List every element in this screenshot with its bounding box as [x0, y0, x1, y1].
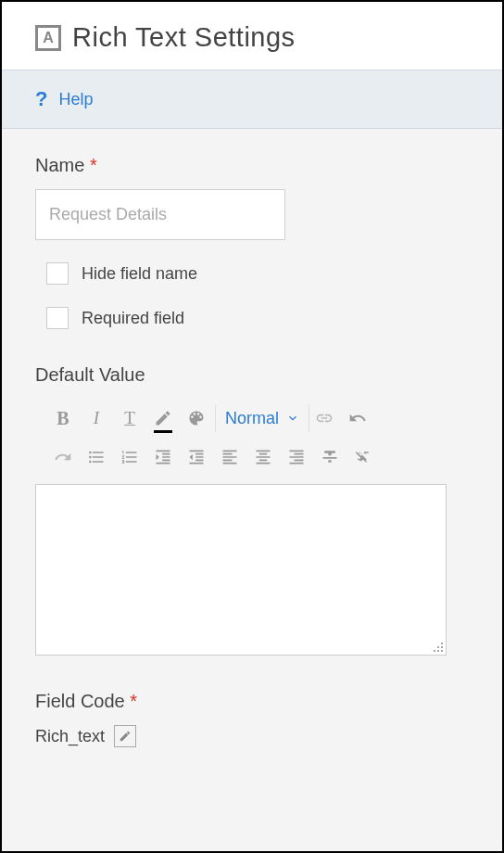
field-code-label: Field Code *: [35, 691, 469, 712]
align-right-icon: [287, 448, 306, 466]
icon-letter: A: [43, 30, 54, 46]
field-code-section: Field Code * Rich_text: [35, 691, 469, 747]
align-center-button[interactable]: [248, 441, 278, 473]
outdent-button[interactable]: [182, 441, 211, 473]
required-field-label: Required field: [82, 309, 184, 328]
redo-icon: [54, 448, 72, 466]
hide-field-name-checkbox[interactable]: [46, 262, 69, 285]
align-left-icon: [220, 448, 239, 466]
editor-toolbar-row1: B I T Normal: [35, 399, 469, 438]
link-icon: [315, 409, 334, 427]
align-left-button[interactable]: [215, 441, 245, 473]
required-mark: *: [130, 691, 137, 711]
page-title: Rich Text Settings: [72, 22, 296, 53]
italic-button[interactable]: I: [82, 402, 111, 434]
clear-format-icon: [354, 448, 372, 466]
indent-button[interactable]: [148, 441, 178, 473]
svg-point-3: [434, 650, 435, 652]
svg-point-0: [441, 643, 443, 644]
link-button[interactable]: [309, 402, 339, 434]
clear-format-button[interactable]: [348, 441, 378, 473]
bullet-list-button[interactable]: [82, 441, 111, 473]
field-code-row: Rich_text: [35, 725, 469, 747]
align-center-icon: [254, 448, 272, 466]
name-label: Name *: [35, 155, 469, 176]
hide-field-name-label: Hide field name: [82, 264, 197, 284]
svg-point-1: [437, 646, 439, 648]
rich-text-editor[interactable]: [35, 484, 447, 656]
required-field-checkbox[interactable]: [46, 307, 69, 329]
hide-field-name-row[interactable]: Hide field name: [46, 262, 469, 285]
pencil-icon: [154, 409, 172, 427]
strikethrough-button[interactable]: [315, 441, 345, 473]
background-color-button[interactable]: [182, 402, 211, 434]
field-code-value: Rich_text: [35, 727, 105, 746]
help-label: Help: [58, 90, 93, 109]
text-color-button[interactable]: [148, 402, 178, 434]
editor-toolbar-row2: [35, 438, 469, 477]
outdent-icon: [187, 448, 206, 466]
strikethrough-icon: [321, 448, 339, 466]
required-field-row[interactable]: Required field: [46, 307, 469, 329]
palette-icon: [187, 409, 206, 427]
svg-point-5: [441, 650, 443, 652]
edit-field-code-button[interactable]: [114, 725, 136, 747]
content-area: Name * Hide field name Required field De…: [2, 129, 502, 853]
chevron-down-icon: [286, 412, 299, 425]
name-input[interactable]: [35, 189, 285, 240]
help-bar[interactable]: ? Help: [2, 70, 502, 129]
required-mark: *: [90, 155, 97, 175]
undo-button[interactable]: [343, 402, 372, 434]
indent-icon: [154, 448, 172, 466]
svg-point-4: [437, 650, 439, 652]
underline-button[interactable]: T: [115, 402, 145, 434]
settings-header: A Rich Text Settings: [2, 2, 502, 70]
help-icon: ?: [35, 87, 47, 111]
svg-point-2: [441, 646, 443, 648]
numbered-list-button[interactable]: [115, 441, 145, 473]
bold-button[interactable]: B: [48, 402, 78, 434]
redo-button[interactable]: [48, 441, 78, 473]
numbered-list-icon: [120, 448, 139, 466]
default-value-section: Default Value B I T Normal: [35, 364, 469, 656]
format-label: Normal: [225, 409, 279, 428]
format-dropdown[interactable]: Normal: [215, 404, 309, 432]
bullet-list-icon: [87, 448, 106, 466]
resize-handle-icon[interactable]: [433, 642, 444, 653]
undo-icon: [348, 409, 367, 427]
align-right-button[interactable]: [282, 441, 311, 473]
rich-text-icon: A: [35, 25, 61, 51]
edit-icon: [119, 730, 132, 743]
default-value-label: Default Value: [35, 364, 469, 386]
